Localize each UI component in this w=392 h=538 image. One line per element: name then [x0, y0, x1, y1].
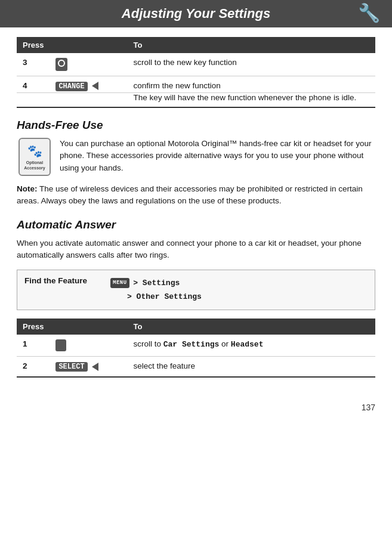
row4-num: 4 — [17, 76, 50, 93]
badge-icon: 🐾 Optional Accessory — [18, 138, 51, 176]
nav-icon-small — [55, 339, 66, 351]
bottom-table-col1-header: Press — [17, 319, 50, 335]
bottom-table-header-row: Press To — [17, 319, 375, 335]
badge-label-accessory: Accessory — [24, 165, 45, 171]
page-header: Adjusting Your Settings 🔧 — [0, 0, 392, 27]
btrow2-to: select the feature — [127, 357, 375, 378]
find-the-feature-box: Find the Feature MENU > Settings > Other… — [17, 270, 375, 310]
btrow2-softkey — [92, 361, 98, 370]
table-row: 3 scroll to the new key function — [17, 53, 375, 76]
note-block: Note: The use of wireless devices and th… — [17, 183, 375, 208]
btrow2-num: 2 — [17, 357, 50, 378]
settings-icon: 🔧 — [358, 2, 380, 23]
table-row: 2 SELECT select the feature — [17, 357, 375, 378]
bottom-table-col3-header: To — [127, 319, 375, 335]
auto-answer-text: When you activate automatic answer and c… — [17, 237, 375, 262]
menu-icon: MENU — [110, 278, 129, 288]
row4-to-extra: The key will have the new function whene… — [127, 93, 375, 108]
optional-accessory-icon: 🐾 Optional Accessory — [17, 138, 53, 176]
row3-num: 3 — [17, 53, 50, 76]
top-table-col1-header: Press — [17, 37, 50, 53]
top-table-col3-header: To — [127, 37, 375, 53]
select-button-label: SELECT — [55, 362, 87, 372]
row4-press: CHANGE — [50, 76, 127, 93]
auto-answer-heading: Automatic Answer — [17, 218, 375, 231]
note-text: The use of wireless devices and their ac… — [17, 184, 363, 205]
note-label: Note: — [17, 184, 38, 193]
row4-sub-empty2 — [50, 93, 127, 108]
car-settings-mono: Car Settings — [163, 340, 220, 349]
row4-softkey — [92, 81, 98, 90]
page-title: Adjusting Your Settings — [122, 6, 270, 21]
main-content: Press To 3 scroll to the new key functio… — [0, 27, 392, 397]
find-feature-path: MENU > Settings > Other Settings — [110, 276, 202, 304]
find-feature-path2-indent: > Other Settings — [127, 292, 202, 301]
badge-label-optional: Optional — [26, 160, 43, 165]
table-row: 4 CHANGE confirm the new function — [17, 76, 375, 93]
badge-figure: 🐾 — [27, 143, 42, 159]
find-feature-path2: > Other Settings — [127, 292, 202, 301]
find-feature-path1: > Settings — [133, 279, 180, 287]
row4-to-main: confirm the new function — [127, 76, 375, 93]
bottom-table-col2-header-empty — [50, 319, 127, 335]
row3-to: scroll to the new key function — [127, 53, 375, 76]
change-button-label: CHANGE — [55, 82, 87, 91]
row3-press — [50, 53, 127, 76]
btrow1-press — [50, 335, 127, 357]
top-table-col2-header-empty — [50, 37, 127, 53]
page-number: 137 — [0, 397, 392, 417]
nav-icon — [55, 58, 67, 71]
btrow2-press: SELECT — [50, 357, 127, 378]
headset-mono: Headset — [231, 340, 264, 349]
softkey-icon-2 — [92, 363, 98, 371]
hands-free-block: 🐾 Optional Accessory You can purchase an… — [17, 138, 375, 176]
softkey-icon — [92, 82, 98, 90]
btrow1-to: scroll to Car Settings or Headset — [127, 335, 375, 357]
btrow1-num: 1 — [17, 335, 50, 357]
top-table: Press To 3 scroll to the new key functio… — [17, 37, 375, 108]
hands-free-text: You can purchase an optional Motorola Or… — [60, 138, 375, 174]
top-table-header-row: Press To — [17, 37, 375, 53]
bottom-table: Press To 1 scroll to Car Settings or Hea… — [17, 319, 375, 378]
row4-sub-empty1 — [17, 93, 50, 108]
find-the-feature-label: Find the Feature — [24, 276, 102, 285]
table-row: 1 scroll to Car Settings or Headset — [17, 335, 375, 357]
table-row-sub: The key will have the new function whene… — [17, 93, 375, 108]
hands-free-heading: Hands-Free Use — [17, 119, 375, 132]
